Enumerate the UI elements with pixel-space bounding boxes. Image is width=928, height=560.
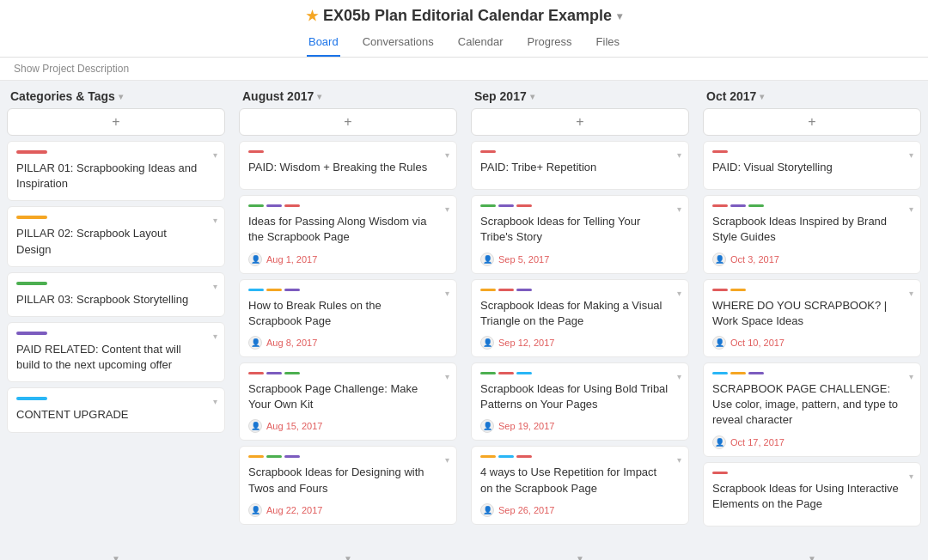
column-chevron-icon: ▾ bbox=[317, 92, 321, 101]
card[interactable]: Scrapbook Ideas Inspired by Brand Style … bbox=[703, 195, 921, 273]
column-oct: Oct 2017 ▾+PAID: Visual Storytelling▾Scr… bbox=[696, 81, 928, 560]
nav-tab-conversations[interactable]: Conversations bbox=[361, 30, 436, 57]
avatar-icon: 👤 bbox=[248, 419, 262, 433]
card[interactable]: Scrapbook Ideas for Making a Visual Tria… bbox=[471, 279, 689, 357]
color-bar bbox=[266, 455, 282, 458]
cards-list-oct: PAID: Visual Storytelling▾Scrapbook Idea… bbox=[703, 141, 921, 552]
title-text: EX05b Plan Editorial Calendar Example bbox=[323, 7, 612, 25]
card[interactable]: Scrapbook Ideas for Telling Your Tribe's… bbox=[471, 195, 689, 273]
card[interactable]: Scrapbook Ideas for Using Bold Tribal Pa… bbox=[471, 362, 689, 441]
scroll-indicator: ▼ bbox=[7, 552, 225, 560]
column-header-august: August 2017 ▾ bbox=[239, 81, 457, 108]
column-header-categories: Categories & Tags ▾ bbox=[7, 81, 225, 108]
card-chevron-icon: ▾ bbox=[445, 372, 449, 381]
nav-tab-files[interactable]: Files bbox=[595, 30, 621, 57]
pillar-title: PILLAR 01: Scrapbooking Ideas and Inspir… bbox=[16, 161, 216, 192]
card-title: Scrapbook Page Challenge: Make Your Own … bbox=[248, 381, 448, 412]
pillar-card[interactable]: PILLAR 01: Scrapbooking Ideas and Inspir… bbox=[7, 141, 225, 201]
card[interactable]: WHERE DO YOU SCRAPBOOK? | Work Space Ide… bbox=[703, 279, 921, 357]
avatar-icon: 👤 bbox=[248, 503, 262, 517]
card-chevron-icon: ▾ bbox=[677, 372, 681, 381]
nav-tab-progress[interactable]: Progress bbox=[526, 30, 574, 57]
pillar-bar bbox=[16, 397, 47, 400]
card-date: Oct 10, 2017 bbox=[730, 338, 785, 348]
card-chevron-icon: ▾ bbox=[213, 397, 217, 406]
color-bar bbox=[498, 289, 514, 291]
color-bar bbox=[516, 204, 532, 207]
avatar-icon: 👤 bbox=[712, 435, 726, 449]
card[interactable]: PAID: Wisdom + Breaking the Rules▾ bbox=[239, 141, 457, 190]
color-bars bbox=[712, 289, 912, 291]
color-bar bbox=[480, 372, 496, 374]
card-title: 4 ways to Use Repetition for Impact on t… bbox=[480, 465, 680, 496]
card[interactable]: 4 ways to Use Repetition for Impact on t… bbox=[471, 446, 689, 524]
avatar-icon: 👤 bbox=[712, 253, 726, 266]
card[interactable]: PAID: Tribe+ Repetition▾ bbox=[471, 141, 689, 190]
card-chevron-icon: ▾ bbox=[909, 150, 913, 160]
pillar-title: PILLAR 03: Scrapbook Storytelling bbox=[16, 292, 216, 307]
card-chevron-icon: ▾ bbox=[677, 204, 681, 214]
color-bar bbox=[480, 289, 496, 291]
pillar-card[interactable]: PILLAR 02: Scrapbook Layout Design▾ bbox=[7, 206, 225, 266]
color-bar bbox=[248, 289, 264, 291]
card-title: Scrapbook Ideas for Designing with Twos … bbox=[248, 465, 448, 496]
color-bars bbox=[712, 150, 912, 153]
column-title-sep: Sep 2017 ▾ bbox=[474, 89, 534, 103]
card[interactable]: Ideas for Passing Along Wisdom via the S… bbox=[239, 195, 457, 273]
nav-tab-calendar[interactable]: Calendar bbox=[456, 30, 505, 57]
column-chevron-icon: ▾ bbox=[530, 92, 534, 101]
card-chevron-icon: ▾ bbox=[445, 204, 449, 214]
card-date: Aug 22, 2017 bbox=[266, 505, 322, 515]
color-bar bbox=[498, 455, 514, 458]
card[interactable]: Scrapbook Ideas for Using Interactive El… bbox=[703, 462, 921, 527]
color-bar bbox=[480, 150, 496, 153]
card-title: How to Break Rules on the Scrapbook Page bbox=[248, 298, 448, 329]
color-bar bbox=[712, 289, 728, 291]
card[interactable]: PAID: Visual Storytelling▾ bbox=[703, 141, 921, 190]
nav-tab-board[interactable]: Board bbox=[307, 30, 340, 57]
card-chevron-icon: ▾ bbox=[445, 150, 449, 160]
color-bar bbox=[248, 150, 264, 153]
color-bar bbox=[730, 372, 746, 374]
pillar-card[interactable]: PILLAR 03: Scrapbook Storytelling▾ bbox=[7, 272, 225, 317]
color-bar bbox=[748, 204, 764, 207]
avatar-icon: 👤 bbox=[712, 336, 726, 350]
color-bars bbox=[480, 150, 680, 153]
column-sep: Sep 2017 ▾+PAID: Tribe+ Repetition▾Scrap… bbox=[464, 81, 696, 560]
show-project-description[interactable]: Show Project Description bbox=[0, 58, 928, 81]
card-chevron-icon: ▾ bbox=[213, 332, 217, 341]
card-meta: 👤Aug 22, 2017 bbox=[248, 503, 448, 517]
color-bar bbox=[480, 204, 496, 207]
color-bar bbox=[730, 204, 746, 207]
card[interactable]: Scrapbook Page Challenge: Make Your Own … bbox=[239, 362, 457, 441]
card-chevron-icon: ▾ bbox=[677, 289, 681, 298]
card-chevron-icon: ▾ bbox=[213, 282, 217, 291]
avatar-icon: 👤 bbox=[480, 253, 494, 266]
add-card-button-sep[interactable]: + bbox=[471, 108, 689, 136]
card-title: SCRAPBOOK PAGE CHALLENGE: Use color, ima… bbox=[712, 381, 912, 429]
color-bar bbox=[712, 204, 728, 207]
add-card-button-august[interactable]: + bbox=[239, 108, 457, 136]
cards-list-august: PAID: Wisdom + Breaking the Rules▾Ideas … bbox=[239, 141, 457, 552]
color-bar bbox=[498, 372, 514, 374]
color-bar bbox=[284, 455, 300, 458]
card-title: Scrapbook Ideas for Telling Your Tribe's… bbox=[480, 214, 680, 245]
add-card-button-oct[interactable]: + bbox=[703, 108, 921, 136]
board-container: Categories & Tags ▾+PILLAR 01: Scrapbook… bbox=[0, 81, 928, 560]
card[interactable]: How to Break Rules on the Scrapbook Page… bbox=[239, 279, 457, 357]
add-card-button-categories[interactable]: + bbox=[7, 108, 225, 136]
card-title: PAID: Tribe+ Repetition bbox=[480, 160, 680, 175]
avatar-icon: 👤 bbox=[480, 503, 494, 517]
card-date: Oct 3, 2017 bbox=[730, 254, 779, 265]
scroll-indicator: ▼ bbox=[703, 552, 921, 560]
card[interactable]: Scrapbook Ideas for Designing with Twos … bbox=[239, 446, 457, 524]
card-meta: 👤Aug 1, 2017 bbox=[248, 253, 448, 266]
column-title-august: August 2017 ▾ bbox=[242, 89, 321, 103]
color-bars bbox=[248, 455, 448, 458]
pillar-card[interactable]: PAID RELATED: Content that will build to… bbox=[7, 322, 225, 382]
scroll-indicator: ▼ bbox=[471, 552, 689, 560]
scroll-indicator: ▼ bbox=[239, 552, 457, 560]
pillar-card[interactable]: CONTENT UPGRADE▾ bbox=[7, 387, 225, 432]
card[interactable]: SCRAPBOOK PAGE CHALLENGE: Use color, ima… bbox=[703, 362, 921, 457]
column-august: August 2017 ▾+PAID: Wisdom + Breaking th… bbox=[232, 81, 464, 560]
